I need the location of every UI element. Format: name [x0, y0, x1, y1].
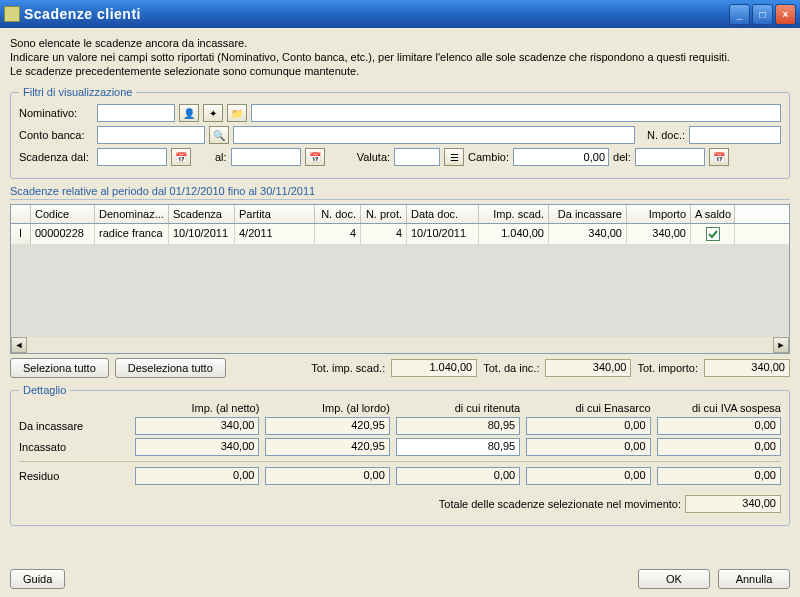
- res-lordo: 0,00: [265, 467, 389, 485]
- maximize-button[interactable]: □: [752, 4, 773, 25]
- annulla-button[interactable]: Annulla: [718, 569, 790, 589]
- scroll-right-icon[interactable]: ►: [773, 337, 789, 353]
- res-row-label: Residuo: [19, 470, 129, 482]
- tot-imp-value: 1.040,00: [391, 359, 477, 377]
- conto-label: Conto banca:: [19, 129, 93, 141]
- nominativo-input[interactable]: [97, 104, 175, 122]
- intro-text: Sono elencate le scadenze ancora da inca…: [10, 36, 790, 78]
- window-title: Scadenze clienti: [24, 6, 729, 22]
- cambio-label: Cambio:: [468, 151, 509, 163]
- scad-dal-label: Scadenza dal:: [19, 151, 93, 163]
- dainc-iva: 0,00: [657, 417, 781, 435]
- close-button[interactable]: ×: [775, 4, 796, 25]
- inc-row-label: Incassato: [19, 441, 129, 453]
- ndoc-label: N. doc.:: [647, 129, 685, 141]
- cambio-del-input[interactable]: [635, 148, 705, 166]
- minimize-button[interactable]: _: [729, 4, 750, 25]
- asaldo-checkbox[interactable]: [706, 227, 720, 241]
- calendar-icon[interactable]: 📅: [305, 148, 325, 166]
- inc-iva: 0,00: [657, 438, 781, 456]
- nominativo-folder-icon[interactable]: 📁: [227, 104, 247, 122]
- scad-al-input[interactable]: [231, 148, 301, 166]
- grid-header: Codice Denominaz... Scadenza Partita N. …: [11, 205, 789, 224]
- dainc-enas: 0,00: [526, 417, 650, 435]
- total-selected-value: 340,00: [685, 495, 781, 513]
- select-all-button[interactable]: Seleziona tutto: [10, 358, 109, 378]
- filters-legend: Filtri di visualizzazione: [19, 86, 136, 98]
- valuta-lookup-icon[interactable]: ☰: [444, 148, 464, 166]
- cambio-del-label: del:: [613, 151, 631, 163]
- res-iva: 0,00: [657, 467, 781, 485]
- res-enas: 0,00: [526, 467, 650, 485]
- guida-button[interactable]: Guida: [10, 569, 65, 589]
- calendar-icon[interactable]: 📅: [171, 148, 191, 166]
- deselect-all-button[interactable]: Deseleziona tutto: [115, 358, 226, 378]
- nominativo-desc-input[interactable]: [251, 104, 781, 122]
- nominativo-star-icon[interactable]: ✦: [203, 104, 223, 122]
- inc-lordo: 420,95: [265, 438, 389, 456]
- dainc-rit: 80,95: [396, 417, 520, 435]
- conto-lookup-icon[interactable]: 🔍: [209, 126, 229, 144]
- inc-enas: 0,00: [526, 438, 650, 456]
- dainc-netto: 340,00: [135, 417, 259, 435]
- nominativo-lookup-icon[interactable]: 👤: [179, 104, 199, 122]
- calendar-icon[interactable]: 📅: [709, 148, 729, 166]
- scadenze-grid[interactable]: Codice Denominaz... Scadenza Partita N. …: [10, 204, 790, 354]
- detail-legend: Dettaglio: [19, 384, 70, 396]
- tot-importo-value: 340,00: [704, 359, 790, 377]
- total-selected-label: Totale delle scadenze selezionate nel mo…: [439, 498, 681, 510]
- tot-dainc-label: Tot. da inc.:: [483, 362, 539, 374]
- valuta-input[interactable]: [394, 148, 440, 166]
- tot-dainc-value: 340,00: [545, 359, 631, 377]
- nominativo-label: Nominativo:: [19, 107, 93, 119]
- filters-fieldset: Filtri di visualizzazione Nominativo: 👤 …: [10, 86, 790, 179]
- app-icon: [4, 6, 20, 22]
- ok-button[interactable]: OK: [638, 569, 710, 589]
- conto-desc-input[interactable]: [233, 126, 635, 144]
- res-netto: 0,00: [135, 467, 259, 485]
- tot-importo-label: Tot. importo:: [637, 362, 698, 374]
- detail-fieldset: Dettaglio Imp. (al netto) Imp. (al lordo…: [10, 384, 790, 526]
- cambio-input[interactable]: [513, 148, 609, 166]
- scad-dal-input[interactable]: [97, 148, 167, 166]
- inc-rit[interactable]: 80,95: [396, 438, 520, 456]
- grid-scrollbar[interactable]: ◄ ►: [11, 337, 789, 353]
- table-row[interactable]: I 00000228 radice franca 10/10/2011 4/20…: [11, 224, 789, 244]
- scad-al-label: al:: [215, 151, 227, 163]
- grid-title: Scadenze relative al periodo dal 01/12/2…: [10, 185, 790, 200]
- ndoc-input[interactable]: [689, 126, 781, 144]
- valuta-label: Valuta:: [357, 151, 390, 163]
- conto-input[interactable]: [97, 126, 205, 144]
- title-bar: Scadenze clienti _ □ ×: [0, 0, 800, 28]
- dainc-lordo: 420,95: [265, 417, 389, 435]
- scroll-left-icon[interactable]: ◄: [11, 337, 27, 353]
- dainc-row-label: Da incassare: [19, 420, 129, 432]
- tot-imp-label: Tot. imp. scad.:: [311, 362, 385, 374]
- inc-netto: 340,00: [135, 438, 259, 456]
- res-rit: 0,00: [396, 467, 520, 485]
